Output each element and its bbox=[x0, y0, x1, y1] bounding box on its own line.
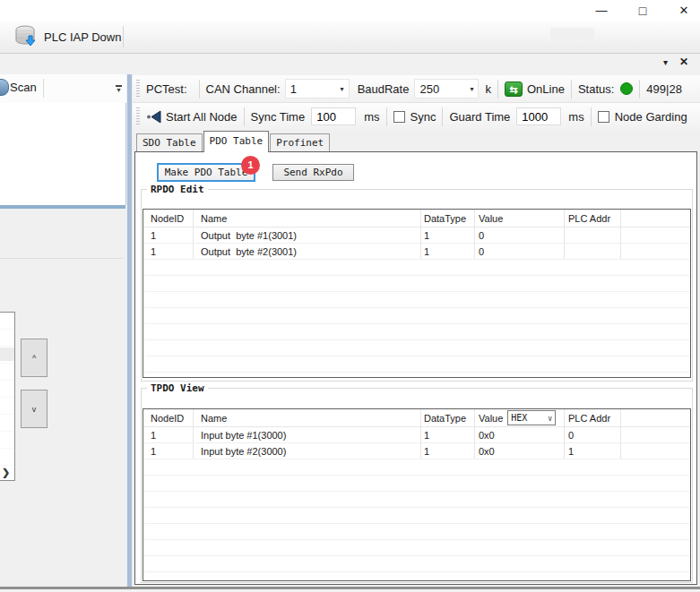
rpdo-edit-title: RPDO Edit bbox=[147, 184, 208, 195]
table-row[interactable]: 1 Input byte #2(3000) 1 0x0 1 bbox=[143, 443, 690, 459]
scan-icon bbox=[0, 79, 9, 96]
toolbar-separator bbox=[639, 80, 640, 99]
baudrate-value: 250 bbox=[415, 82, 439, 96]
tab-strip: SDO Table PDO Table Profinet bbox=[133, 131, 700, 151]
start-node-icon bbox=[146, 110, 162, 124]
toolbar-separator bbox=[244, 107, 245, 126]
selected-row-highlight bbox=[0, 347, 14, 361]
col-header-value: Value bbox=[474, 213, 564, 224]
col-header-value: Value HEX ∨ bbox=[474, 410, 564, 425]
hex-format-value: HEX bbox=[508, 413, 527, 423]
plc-iap-down-button[interactable]: PLC IAP Down bbox=[14, 24, 121, 49]
toolbar-separator bbox=[442, 107, 443, 126]
panel-close-icon[interactable]: ✕ bbox=[679, 56, 688, 68]
minimize-icon[interactable]: — bbox=[590, 2, 613, 20]
clipped-list-panel[interactable]: ❯ bbox=[0, 312, 15, 481]
empty-rows bbox=[143, 459, 690, 580]
node-garding-checkbox-label: Node Garding bbox=[615, 110, 687, 124]
cell-name: Output byte #1(3001) bbox=[193, 230, 420, 241]
k-label: k bbox=[485, 82, 491, 96]
maximize-icon[interactable]: □ bbox=[631, 2, 654, 20]
chevron-down-icon: ▾ bbox=[470, 85, 478, 93]
sync-checkbox-label: Sync bbox=[410, 110, 436, 124]
baudrate-select[interactable]: 250 ▾ bbox=[414, 79, 479, 99]
expander-icon[interactable]: ❯ bbox=[2, 467, 10, 478]
toolbar-separator bbox=[123, 26, 124, 47]
toolbar-separator bbox=[199, 80, 200, 99]
sync-time-input[interactable] bbox=[311, 107, 356, 125]
notification-badge: 1 bbox=[241, 156, 260, 175]
toolbar-separator bbox=[591, 107, 592, 126]
tpdo-header-row: NodeID Name DataType Value HEX ∨ PLC Add… bbox=[143, 409, 690, 427]
guard-time-input[interactable] bbox=[516, 107, 561, 125]
status-indicator bbox=[620, 82, 633, 95]
cell-nodeid: 1 bbox=[143, 246, 193, 257]
move-up-button[interactable]: ^ bbox=[21, 339, 48, 377]
scan-button[interactable]: Scan bbox=[10, 81, 37, 94]
toolbar-grip[interactable] bbox=[136, 107, 140, 125]
top-toolbar: PLC IAP Down bbox=[0, 21, 700, 54]
close-icon[interactable]: ✕ bbox=[672, 2, 696, 20]
tab-profinet[interactable]: Profinet bbox=[270, 133, 330, 151]
toolbar-separator bbox=[43, 79, 44, 98]
cell-datatype: 1 bbox=[420, 430, 474, 441]
hex-format-select[interactable]: HEX ∨ bbox=[507, 410, 556, 425]
cell-datatype: 1 bbox=[420, 246, 474, 257]
cell-datatype: 1 bbox=[420, 230, 474, 241]
cell-plc-addr: 1 bbox=[564, 446, 620, 457]
move-down-button[interactable]: v bbox=[21, 390, 48, 428]
col-header-nodeid: NodeID bbox=[143, 213, 193, 224]
cell-datatype: 1 bbox=[420, 446, 474, 457]
col-header-plc-addr: PLC Addr bbox=[564, 213, 620, 224]
panel-menu-dropdown-icon[interactable]: ▾ bbox=[663, 57, 668, 67]
can-channel-label: CAN Channel: bbox=[206, 82, 281, 96]
sync-checkbox[interactable] bbox=[393, 111, 405, 123]
cell-name: Input byte #1(3000) bbox=[193, 430, 420, 441]
col-header-name: Name bbox=[193, 413, 420, 424]
table-row[interactable]: 1 Output byte #2(3001) 1 0 bbox=[143, 244, 690, 260]
database-download-icon bbox=[14, 24, 38, 50]
tpdo-table: NodeID Name DataType Value HEX ∨ PLC Add… bbox=[143, 408, 691, 581]
node-garding-checkbox[interactable] bbox=[598, 111, 609, 123]
baudrate-label: BaudRate bbox=[358, 82, 410, 96]
cell-value: 0x0 bbox=[474, 446, 564, 457]
can-channel-select[interactable]: 1 ▾ bbox=[285, 79, 350, 99]
send-rxpdo-button[interactable]: Send RxPdo bbox=[272, 164, 354, 181]
tab-sdo-table[interactable]: SDO Table bbox=[136, 133, 203, 151]
chevron-down-icon: ∨ bbox=[548, 414, 555, 423]
col-header-name: Name bbox=[193, 213, 420, 224]
tab-pdo-table[interactable]: PDO Table bbox=[203, 131, 270, 152]
titlebar: — □ ✕ bbox=[0, 0, 700, 21]
message-counter: 499|28 bbox=[646, 82, 682, 96]
status-label: Status: bbox=[578, 82, 614, 96]
toolbar-grip[interactable] bbox=[136, 80, 140, 98]
connection-toolbar: PCTest: CAN Channel: 1 ▾ BaudRate 250 ▾ … bbox=[133, 75, 700, 103]
table-row[interactable]: 1 Input byte #1(3000) 1 0x0 0 bbox=[143, 427, 690, 443]
toolbar-separator bbox=[497, 80, 498, 99]
app-window: — □ ✕ PLC IAP Down ▾ ✕ bbox=[0, 0, 700, 592]
start-all-node-button[interactable]: Start All Node bbox=[166, 110, 238, 124]
tpdo-view-title: TPDO View bbox=[147, 382, 208, 394]
panel-header: ▾ ✕ bbox=[0, 54, 700, 75]
scan-toolbar: Scan ▼ bbox=[0, 74, 126, 104]
vertical-splitter[interactable] bbox=[126, 74, 133, 587]
ms-label: ms bbox=[568, 110, 583, 124]
toolbar-placeholder bbox=[550, 28, 594, 39]
left-pane: Scan ▼ ❯ ^ v bbox=[0, 74, 126, 587]
table-row[interactable]: 1 Output byte #1(3001) 1 0 bbox=[143, 227, 690, 244]
panel-bottom-edge bbox=[0, 205, 125, 209]
node-list-panel[interactable] bbox=[0, 103, 126, 205]
cell-nodeid: 1 bbox=[143, 230, 193, 241]
online-button[interactable]: OnLine bbox=[527, 82, 565, 96]
divider-line bbox=[0, 258, 123, 259]
cell-name: Input byte #2(3000) bbox=[193, 446, 420, 457]
can-channel-value: 1 bbox=[286, 82, 297, 96]
online-sync-icon: ⇆ bbox=[505, 82, 523, 97]
rpdo-header-row: NodeID Name DataType Value PLC Addr bbox=[143, 210, 690, 227]
guard-time-label: Guard Time bbox=[449, 110, 510, 124]
col-header-datatype: DataType bbox=[420, 213, 474, 224]
cell-plc-addr: 0 bbox=[564, 430, 620, 441]
toolbar-overflow-button[interactable]: ▼ bbox=[113, 85, 125, 93]
cell-nodeid: 1 bbox=[143, 446, 193, 457]
plc-iap-down-label: PLC IAP Down bbox=[44, 30, 121, 44]
